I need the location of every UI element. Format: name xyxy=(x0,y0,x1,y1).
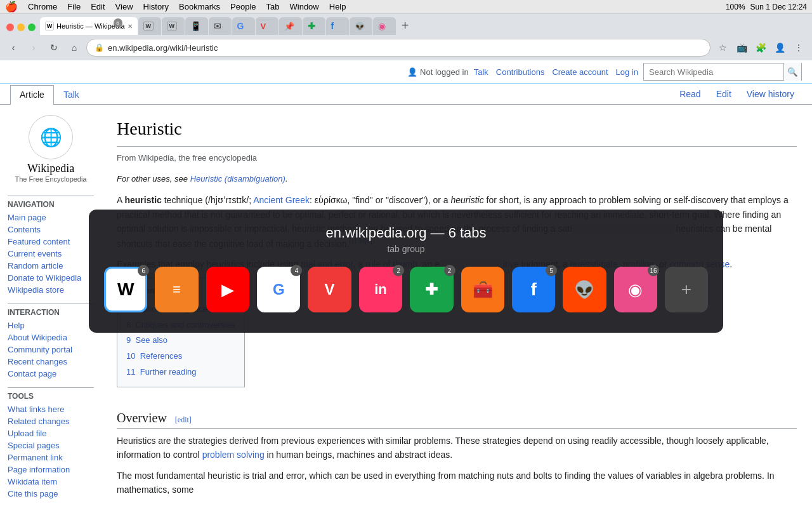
window-close-button[interactable] xyxy=(6,23,14,31)
tab-whatsapp[interactable]: 📱 xyxy=(185,17,208,35)
chrome-toolbar: ‹ › ↻ ⌂ 🔒 en.wikipedia.org/wiki/Heuristi… xyxy=(0,35,812,60)
tab-vivaldi[interactable]: V xyxy=(256,17,278,35)
sidebar-item-random[interactable]: Random article xyxy=(8,260,94,272)
sidebar-item-upload[interactable]: Upload file xyxy=(8,427,94,439)
sidebar-item-donate[interactable]: Donate to Wikipedia xyxy=(8,272,94,284)
tab-2[interactable]: W xyxy=(138,17,161,35)
sidebar-item-related-changes[interactable]: Related changes xyxy=(8,415,94,427)
tg-icon-youtube[interactable]: ▶ xyxy=(206,267,249,312)
navigation-heading: Navigation xyxy=(8,196,94,209)
reload-button[interactable]: ↻ xyxy=(46,39,62,56)
sidebar-item-page-info[interactable]: Page information xyxy=(8,464,94,476)
chrome-menu-button[interactable]: ⋮ xyxy=(790,39,807,56)
tab-gmail[interactable]: ✉ xyxy=(209,17,232,35)
sidebar-item-about[interactable]: About Wikipedia xyxy=(8,331,94,344)
home-button[interactable]: ⌂ xyxy=(66,39,82,56)
tab-facebook[interactable]: f xyxy=(326,17,349,35)
plus-green-icon: ✚ xyxy=(425,281,438,298)
profile-button[interactable]: 👤 xyxy=(771,39,788,56)
wiki-search-button[interactable]: 🔍 xyxy=(783,63,801,81)
sidebar-item-contents[interactable]: Contents xyxy=(8,224,94,236)
chrome-menu[interactable]: Chrome xyxy=(28,2,57,11)
sidebar-item-community[interactable]: Community portal xyxy=(8,344,94,356)
bookmarks-menu[interactable]: Bookmarks xyxy=(179,2,220,11)
new-tab-button[interactable]: + xyxy=(396,17,414,34)
people-menu[interactable]: People xyxy=(230,2,256,11)
vivaldi-icon: V xyxy=(261,22,266,31)
tg-icon-reddit[interactable]: 👽 xyxy=(563,267,606,312)
sidebar-item-contact[interactable]: Contact page xyxy=(8,368,94,380)
tg-icon-vivaldi[interactable]: V xyxy=(308,267,351,312)
tg-icon-google[interactable]: G 4 xyxy=(257,267,300,312)
talk-link[interactable]: Talk xyxy=(474,67,488,77)
window-minimize-button[interactable] xyxy=(17,23,25,31)
disambig-link[interactable]: Heuristic (disambiguation) xyxy=(190,174,285,184)
overview-edit-link[interactable]: [edit] xyxy=(175,415,192,424)
bookmark-star-button[interactable]: ☆ xyxy=(714,39,731,56)
youtube-icon: ▶ xyxy=(221,280,234,300)
sidebar-item-store[interactable]: Wikipedia store xyxy=(8,284,94,296)
login-link[interactable]: Log in xyxy=(616,67,638,77)
back-button[interactable]: ‹ xyxy=(5,39,22,56)
tab-invision[interactable]: 📌 xyxy=(279,17,302,35)
tools-heading: Tools xyxy=(8,387,94,401)
forward-button[interactable]: › xyxy=(25,39,42,56)
tab-menu[interactable]: Tab xyxy=(266,2,280,11)
history-menu[interactable]: History xyxy=(143,2,169,11)
article-tab[interactable]: Article xyxy=(10,85,54,105)
view-history-tab[interactable]: View history xyxy=(739,84,802,104)
sidebar-item-featured[interactable]: Featured content xyxy=(8,236,94,248)
tg-icon-dribbble[interactable]: ◉ 16 xyxy=(614,267,657,312)
tab-3[interactable]: W xyxy=(162,17,185,35)
window-maximize-button[interactable] xyxy=(28,23,36,31)
tg-icon-stackoverflow[interactable]: ≡ xyxy=(155,267,198,312)
tab-google[interactable]: G xyxy=(232,17,255,35)
sidebar-item-wikidata[interactable]: Wikidata item xyxy=(8,476,94,488)
tg-icon-plus[interactable]: ✚ 2 xyxy=(410,267,453,312)
wiki-search-input[interactable] xyxy=(644,64,783,80)
sidebar-item-what-links[interactable]: What links here xyxy=(8,403,94,415)
help-menu[interactable]: Help xyxy=(329,2,346,11)
tab-dribbble[interactable]: ◉ xyxy=(373,17,396,35)
tab-wikipedia[interactable]: W Heuristic — Wikipedia 6 ✕ xyxy=(40,17,138,35)
edit-tab[interactable]: Edit xyxy=(709,84,739,104)
tab-close-button[interactable]: ✕ xyxy=(128,23,133,30)
view-menu[interactable]: View xyxy=(115,2,133,11)
read-tab[interactable]: Read xyxy=(672,84,708,104)
toc-item-11[interactable]: 11 Further reading xyxy=(126,364,235,380)
address-bar[interactable]: 🔒 en.wikipedia.org/wiki/Heuristic xyxy=(86,39,710,57)
cast-button[interactable]: 📺 xyxy=(733,39,750,56)
tg-icon-invision[interactable]: in 2 xyxy=(359,267,402,312)
sidebar-item-recent-changes[interactable]: Recent changes xyxy=(8,356,94,368)
toc-item-9[interactable]: 9 See also xyxy=(126,333,235,349)
edit-menu[interactable]: Edit xyxy=(91,2,105,11)
sidebar-item-permanent-link[interactable]: Permanent link xyxy=(8,451,94,464)
sidebar-item-current-events[interactable]: Current events xyxy=(8,248,94,260)
secure-icon: 🔒 xyxy=(95,43,104,52)
extensions-button[interactable]: 🧩 xyxy=(752,39,769,56)
create-account-link[interactable]: Create account xyxy=(552,67,608,77)
whatsapp-icon: 📱 xyxy=(190,21,201,31)
file-menu[interactable]: File xyxy=(67,2,81,11)
disambig-text: For other uses, see xyxy=(117,174,188,184)
talk-tab[interactable]: Talk xyxy=(54,84,89,105)
tg-badge-wikipedia: 6 xyxy=(138,265,149,276)
tab-cross[interactable]: ✚ xyxy=(303,17,325,35)
sidebar-item-main-page[interactable]: Main page xyxy=(8,211,94,224)
apple-menu[interactable]: 🍎 xyxy=(5,1,18,13)
article-from: From Wikipedia, the free encyclopedia xyxy=(117,152,797,165)
tg-add-button[interactable]: + xyxy=(665,267,708,312)
tg-icon-toolbox[interactable]: 🧰 xyxy=(461,267,504,312)
tg-icon-facebook[interactable]: f 5 xyxy=(512,267,555,312)
tg-icon-wikipedia[interactable]: W 6 xyxy=(104,267,147,312)
contributions-link[interactable]: Contributions xyxy=(496,67,545,77)
window-menu[interactable]: Window xyxy=(290,2,319,11)
sidebar-item-special-pages[interactable]: Special pages xyxy=(8,439,94,451)
problem-solving-link[interactable]: problem solving xyxy=(202,450,265,460)
tab-reddit[interactable]: 👽 xyxy=(350,17,372,35)
toc-item-10[interactable]: 10 References xyxy=(126,349,235,364)
bold-heuristic: heuristic xyxy=(124,195,161,205)
sidebar-item-cite[interactable]: Cite this page xyxy=(8,488,94,500)
ancient-greek-link[interactable]: Ancient Greek xyxy=(253,195,310,205)
sidebar-item-help[interactable]: Help xyxy=(8,319,94,331)
